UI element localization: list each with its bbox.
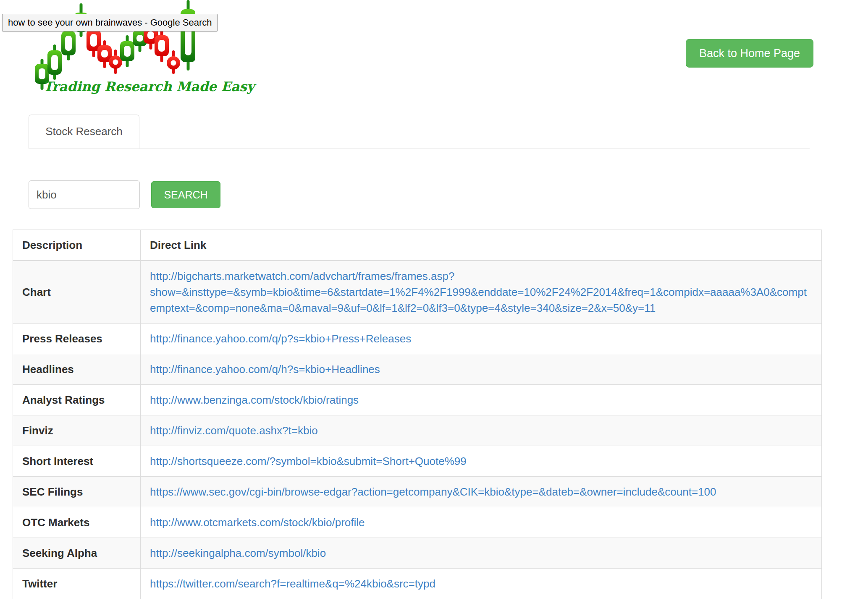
table-row: Twitterhttps://twitter.com/search?f=real… (13, 569, 822, 599)
table-row: Headlineshttp://finance.yahoo.com/q/h?s=… (13, 354, 822, 385)
row-description: Finviz (13, 415, 141, 446)
table-row: Seeking Alphahttp://seekingalpha.com/sym… (13, 538, 822, 569)
table-row: Short Interesthttp://shortsqueeze.com/?s… (13, 446, 822, 477)
back-to-home-button[interactable]: Back to Home Page (686, 39, 813, 68)
row-link-cell: https://www.sec.gov/cgi-bin/browse-edgar… (141, 477, 822, 507)
table-row: Charthttp://bigcharts.marketwatch.com/ad… (13, 261, 822, 324)
row-description: Twitter (13, 569, 141, 599)
logo-tagline: Trading Research Made Easy (43, 79, 254, 94)
tab-bar: Stock Research (29, 115, 810, 149)
row-description: Short Interest (13, 446, 141, 477)
row-link[interactable]: http://finance.yahoo.com/q/p?s=kbio+Pres… (150, 332, 411, 345)
browser-tab-tooltip: how to see your own brainwaves - Google … (2, 14, 218, 31)
table-row: OTC Marketshttp://www.otcmarkets.com/sto… (13, 507, 822, 538)
tab-stock-research-label: Stock Research (45, 125, 123, 138)
row-link[interactable]: http://shortsqueeze.com/?symbol=kbio&sub… (150, 455, 467, 467)
search-row: SEARCH (29, 180, 220, 209)
row-description: Analyst Ratings (13, 385, 141, 415)
table-row: Press Releaseshttp://finance.yahoo.com/q… (13, 324, 822, 354)
row-description: Press Releases (13, 324, 141, 354)
row-link-cell: https://twitter.com/search?f=realtime&q=… (141, 569, 822, 599)
row-description: OTC Markets (13, 507, 141, 538)
page: Trading Research Made Easy how to see yo… (0, 0, 855, 616)
row-link[interactable]: http://www.benzinga.com/stock/kbio/ratin… (150, 394, 359, 406)
row-link[interactable]: http://seekingalpha.com/symbol/kbio (150, 547, 326, 559)
row-link-cell: http://www.otcmarkets.com/stock/kbio/pro… (141, 507, 822, 538)
row-link-cell: http://seekingalpha.com/symbol/kbio (141, 538, 822, 569)
row-link[interactable]: http://finviz.com/quote.ashx?t=kbio (150, 424, 318, 437)
row-link-cell: http://shortsqueeze.com/?symbol=kbio&sub… (141, 446, 822, 477)
column-header-direct-link: Direct Link (141, 230, 822, 261)
table-row: Analyst Ratingshttp://www.benzinga.com/s… (13, 385, 822, 415)
ticker-search-input[interactable] (29, 180, 140, 209)
back-to-home-label: Back to Home Page (699, 47, 800, 60)
row-description: Seeking Alpha (13, 538, 141, 569)
row-link[interactable]: http://finance.yahoo.com/q/h?s=kbio+Head… (150, 363, 380, 376)
row-link[interactable]: https://twitter.com/search?f=realtime&q=… (150, 577, 435, 590)
row-description: SEC Filings (13, 477, 141, 507)
row-description: Chart (13, 261, 141, 324)
row-link[interactable]: http://www.otcmarkets.com/stock/kbio/pro… (150, 516, 365, 529)
research-links-table: Description Direct Link Charthttp://bigc… (13, 230, 822, 599)
table-row: SEC Filingshttps://www.sec.gov/cgi-bin/b… (13, 477, 822, 507)
row-link[interactable]: http://bigcharts.marketwatch.com/advchar… (150, 270, 807, 314)
table-row: Finvizhttp://finviz.com/quote.ashx?t=kbi… (13, 415, 822, 446)
row-link-cell: http://www.benzinga.com/stock/kbio/ratin… (141, 385, 822, 415)
table-header-row: Description Direct Link (13, 230, 822, 261)
row-link-cell: http://finviz.com/quote.ashx?t=kbio (141, 415, 822, 446)
column-header-description: Description (13, 230, 141, 261)
row-link-cell: http://finance.yahoo.com/q/h?s=kbio+Head… (141, 354, 822, 385)
row-link-cell: http://finance.yahoo.com/q/p?s=kbio+Pres… (141, 324, 822, 354)
row-link-cell: http://bigcharts.marketwatch.com/advchar… (141, 261, 822, 324)
tab-stock-research[interactable]: Stock Research (29, 115, 139, 149)
row-link[interactable]: https://www.sec.gov/cgi-bin/browse-edgar… (150, 485, 716, 498)
row-description: Headlines (13, 354, 141, 385)
search-button[interactable]: SEARCH (151, 181, 220, 208)
